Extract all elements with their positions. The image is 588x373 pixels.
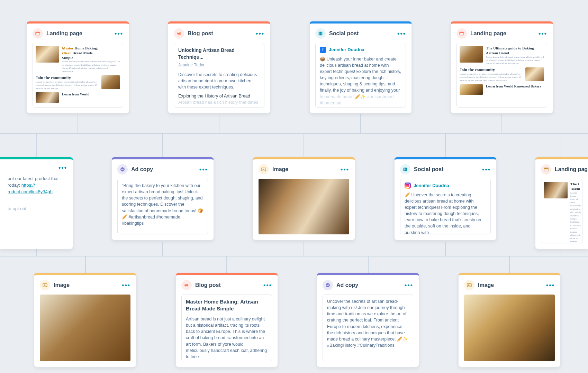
- svg-rect-9: [404, 168, 407, 171]
- more-icon[interactable]: •••: [341, 166, 349, 173]
- blog-preview: Master Home Baking: Artisan Bread Made S…: [181, 295, 272, 361]
- post-byline: Jeanine Tudor: [178, 62, 260, 68]
- hashtag-icon: [400, 164, 410, 175]
- more-icon[interactable]: •••: [405, 282, 413, 289]
- landing-preview: The UBakin Lorem ipsum dolor sit amet, c…: [541, 179, 582, 243]
- card-image-3[interactable]: Image •••: [458, 273, 561, 367]
- card-title: Social post: [329, 30, 394, 37]
- card-landing-page-2[interactable]: Landing page ••• The Ultimate guide to B…: [451, 21, 553, 113]
- card-partial-right[interactable]: Landing page The UBakin Lorem ipsum dolo…: [535, 157, 588, 249]
- page-icon: [456, 28, 467, 39]
- page-icon: [33, 28, 43, 39]
- megaphone-icon: [174, 28, 184, 39]
- more-icon[interactable]: •••: [397, 30, 406, 37]
- landing-preview: The Ultimate guide to Baking Artisan Bre…: [456, 43, 547, 108]
- svg-rect-1: [36, 32, 40, 33]
- instagram-icon: [405, 183, 411, 189]
- image-placeholder: [464, 295, 555, 361]
- product-link[interactable]: https://: [21, 183, 35, 188]
- ad-body: Uncover the secrets of artisan bread-mak…: [323, 295, 413, 361]
- more-icon[interactable]: •••: [256, 30, 264, 37]
- image-placeholder: [259, 179, 349, 234]
- social-author: Jennifer Doudna: [414, 183, 449, 189]
- image-icon: [259, 164, 269, 175]
- card-title: Landing page: [46, 30, 111, 37]
- more-icon[interactable]: •••: [122, 282, 130, 289]
- card-blog-post-1[interactable]: Blog post ••• Unlocking Artisan Bread Te…: [168, 21, 270, 113]
- page-icon: [541, 164, 551, 175]
- more-icon[interactable]: •••: [482, 166, 491, 173]
- image-placeholder: [40, 295, 130, 361]
- card-title: Ad copy: [336, 282, 401, 288]
- card-title: Blog post: [195, 282, 260, 288]
- post-title: Unlocking Artisan Bread Techniqu...: [178, 47, 260, 61]
- more-icon[interactable]: •••: [199, 166, 208, 173]
- svg-text:AD: AD: [326, 284, 329, 286]
- card-title: Image: [272, 166, 337, 172]
- card-landing-page-1[interactable]: Landing page ••• Master Home Baking: rti…: [27, 21, 129, 113]
- card-image-2[interactable]: Image •••: [34, 273, 136, 367]
- ad-icon: AD: [323, 280, 333, 290]
- card-title: Image: [54, 282, 118, 288]
- more-icon[interactable]: •••: [58, 164, 67, 171]
- ad-icon: AD: [117, 164, 128, 175]
- svg-text:AD: AD: [121, 168, 124, 170]
- card-blog-post-2[interactable]: Blog post ••• Master Home Baking: Artisa…: [175, 273, 278, 367]
- card-image-1[interactable]: Image •••: [253, 157, 355, 240]
- svg-rect-2: [319, 32, 323, 36]
- card-title: Landing page: [555, 166, 588, 172]
- card-title: Image: [478, 282, 543, 288]
- image-icon: [464, 280, 474, 290]
- more-icon[interactable]: •••: [263, 282, 272, 289]
- card-title: Blog post: [188, 30, 252, 37]
- card-title: Landing page: [470, 30, 535, 37]
- ad-body: "Bring the bakery to your kitchen with o…: [117, 179, 208, 234]
- megaphone-icon: [181, 280, 192, 290]
- card-social-post-ig[interactable]: Social post ••• Jennifer Doudna 🥖 Uncove…: [394, 157, 497, 240]
- card-ad-copy-1[interactable]: AD Ad copy ••• "Bring the bakery to your…: [111, 157, 214, 240]
- image-icon: [40, 280, 50, 290]
- facebook-icon: f: [320, 47, 326, 53]
- partial-body: out our latest product that roday: https…: [6, 176, 67, 243]
- social-preview: f Jennifer Doudna 📦 Unleash your inner b…: [315, 43, 406, 108]
- card-title: Ad copy: [131, 166, 196, 172]
- card-ad-copy-2[interactable]: AD Ad copy ••• Uncover the secrets of ar…: [317, 273, 419, 367]
- landing-preview: Master Home Baking: rtisan Bread Made Si…: [33, 43, 123, 108]
- post-title: Master Home Baking: Artisan Bread Made S…: [186, 298, 268, 312]
- card-partial-left[interactable]: ••• out our latest product that roday: h…: [0, 157, 73, 249]
- svg-rect-4: [460, 32, 464, 33]
- social-preview: Jennifer Doudna 🥖 Uncover the secrets to…: [400, 179, 491, 234]
- blog-preview: Unlocking Artisan Bread Techniqu... Jean…: [174, 43, 264, 108]
- more-icon[interactable]: •••: [539, 30, 547, 37]
- more-icon[interactable]: •••: [546, 282, 555, 289]
- svg-rect-11: [544, 168, 548, 169]
- card-social-post-fb[interactable]: Social post ••• f Jennifer Doudna 📦 Unle…: [309, 21, 412, 113]
- card-title: Social post: [414, 166, 479, 172]
- more-icon[interactable]: •••: [115, 30, 123, 37]
- product-link-2[interactable]: roduct.com/link8y34gh: [8, 189, 53, 194]
- hashtag-icon: [315, 28, 326, 39]
- social-author: Jennifer Doudna: [329, 47, 364, 53]
